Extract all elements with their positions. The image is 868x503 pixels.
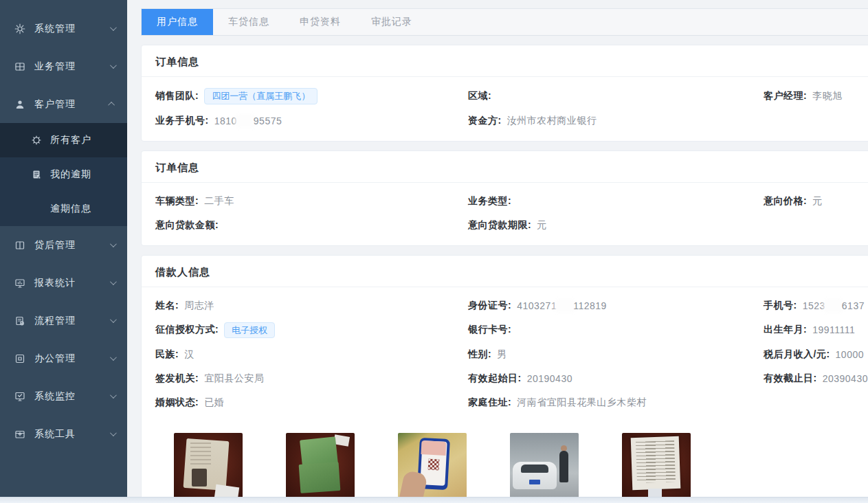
field-label: 意向贷款期限: <box>468 219 531 232</box>
field-label: 签发机关: <box>155 372 199 385</box>
field-value: 19911111 <box>812 324 855 335</box>
borrower-info-card: 借款人信息 姓名: 周志洋 身份证号: 4103271112819 手机号: 1… <box>141 255 868 503</box>
tab-user-info[interactable]: 用户信息 <box>142 9 213 35</box>
green-booklet-photo[interactable] <box>286 433 355 500</box>
sidebar-item-customer-management[interactable]: 客户管理 <box>0 85 127 123</box>
field-label: 银行卡号: <box>468 324 511 336</box>
toolbox-icon <box>14 428 25 440</box>
photo-detail <box>428 459 440 471</box>
field-value: 181095575 <box>214 115 282 126</box>
chevron-down-icon <box>110 241 117 247</box>
sidebar-item-system-monitor[interactable]: 系统监控 <box>0 377 127 415</box>
redaction-blur <box>237 116 254 126</box>
photo-detail <box>299 462 341 493</box>
id-card-photo[interactable] <box>174 433 243 500</box>
office-icon <box>14 353 25 364</box>
gear-icon <box>14 23 25 34</box>
sidebar-item-business-management[interactable]: 业务管理 <box>0 47 127 85</box>
user-icon <box>14 98 25 110</box>
field-label: 资金方: <box>468 115 502 127</box>
field-label: 有效截止日: <box>764 372 817 385</box>
field-value: 李晓旭 <box>812 90 843 102</box>
phone-suffix: 95575 <box>254 115 282 126</box>
field-label: 出生年月: <box>764 324 807 336</box>
document-photo-row <box>155 419 868 503</box>
workflow-icon <box>14 315 25 326</box>
field-label: 意向价格: <box>764 195 807 208</box>
sales-team-tag[interactable]: 四团一营（直属王鹏飞） <box>204 88 318 104</box>
sidebar-item-label: 我的逾期 <box>50 168 91 181</box>
report-monitor-icon <box>14 277 25 289</box>
field-value: 河南省宜阳县花果山乡木柴村 <box>517 396 647 409</box>
chevron-down-icon <box>110 316 117 323</box>
tab-loan-application-docs[interactable]: 申贷资料 <box>285 9 356 35</box>
field-value: 元 <box>537 219 547 232</box>
field-label: 车辆类型: <box>155 195 199 208</box>
sidebar-item-postloan-management[interactable]: 贷后管理 <box>0 226 127 264</box>
chevron-down-icon <box>110 392 117 399</box>
sidebar-item-label: 贷后管理 <box>34 239 110 252</box>
id-prefix: 4103271 <box>517 300 557 311</box>
sidebar-item-label: 流程管理 <box>34 315 110 327</box>
field-value: 20190430 <box>527 373 572 384</box>
field-label: 手机号: <box>764 300 797 312</box>
field-label: 身份证号: <box>468 300 511 312</box>
sidebar-item-label: 报表统计 <box>34 277 110 289</box>
chevron-down-icon <box>110 278 117 285</box>
chevron-down-icon <box>110 429 117 436</box>
sidebar-item-label: 系统监控 <box>34 390 110 403</box>
photo-detail <box>559 451 568 482</box>
sidebar-item-report-statistics[interactable]: 报表统计 <box>0 264 127 302</box>
field-value: 已婚 <box>204 396 224 409</box>
phone-qr-photo[interactable] <box>398 433 467 500</box>
field-value: 20390430 <box>823 373 868 384</box>
field-label: 意向贷款金额: <box>155 219 219 232</box>
sidebar-item-office-management[interactable]: 办公管理 <box>0 339 127 377</box>
tab-car-loan-info[interactable]: 车贷信息 <box>213 9 285 35</box>
field-value: 元 <box>812 195 823 208</box>
credit-auth-tag[interactable]: 电子授权 <box>224 322 275 339</box>
field-label: 业务类型: <box>468 195 511 208</box>
field-label: 征信授权方式: <box>155 324 219 336</box>
field-value: 周志洋 <box>184 300 214 312</box>
phone-prefix: 1810 <box>214 115 237 126</box>
open-book-icon <box>14 239 25 251</box>
phone-prefix: 1523 <box>803 300 825 311</box>
monitor-check-icon <box>14 390 25 402</box>
field-value: 4103271112819 <box>517 300 607 311</box>
chevron-down-icon <box>110 24 117 31</box>
id-suffix: 112819 <box>573 300 607 311</box>
sidebar-item-my-overdue[interactable]: 我的逾期 <box>0 157 127 192</box>
card-title: 借款人信息 <box>142 256 868 287</box>
phone-suffix: 6137 <box>842 300 865 311</box>
order-info-card-1: 订单信息 销售团队: 四团一营（直属王鹏飞） 区域: 客户经理: 李晓旭 <box>141 45 868 142</box>
photo-detail <box>192 469 207 487</box>
sidebar-item-system-management[interactable]: 系统管理 <box>0 10 127 47</box>
card-title: 订单信息 <box>142 45 868 77</box>
horizontal-scrollbar[interactable] <box>0 497 868 503</box>
field-label: 家庭住址: <box>468 396 511 409</box>
field-label: 有效起始日: <box>468 372 522 385</box>
main-content: 用户信息 车贷信息 申贷资料 审批记录 订单信息 销售团队: 四团一营（直属王鹏… <box>127 0 868 503</box>
car-with-person-photo[interactable] <box>510 433 579 500</box>
sidebar-item-overdue-info[interactable]: 逾期信息 <box>0 192 127 226</box>
sidebar-item-system-tools[interactable]: 系统工具 <box>0 415 127 453</box>
handwritten-document-photo[interactable] <box>622 433 691 500</box>
redaction-blur <box>557 301 573 311</box>
grid-icon <box>14 60 25 72</box>
field-label: 区域: <box>468 90 491 102</box>
app-window: 系统管理 业务管理 客户管理 所有客户 <box>0 0 868 503</box>
sidebar-item-process-management[interactable]: 流程管理 <box>0 302 127 339</box>
redaction-blur <box>825 301 842 311</box>
order-info-card-2: 订单信息 车辆类型: 二手车 业务类型: 意向价格: 元 <box>141 150 868 246</box>
sidebar-item-all-customers[interactable]: 所有客户 <box>0 123 127 157</box>
tab-approval-records[interactable]: 审批记录 <box>356 9 427 35</box>
card-title: 订单信息 <box>142 151 868 183</box>
chevron-down-icon <box>110 354 117 361</box>
notebook-icon <box>30 169 42 181</box>
field-label: 民族: <box>155 348 179 361</box>
field-value: 男 <box>497 348 507 361</box>
photo-detail <box>190 443 211 466</box>
photo-detail <box>529 480 540 484</box>
customer-management-submenu: 所有客户 我的逾期 逾期信息 <box>0 123 127 226</box>
